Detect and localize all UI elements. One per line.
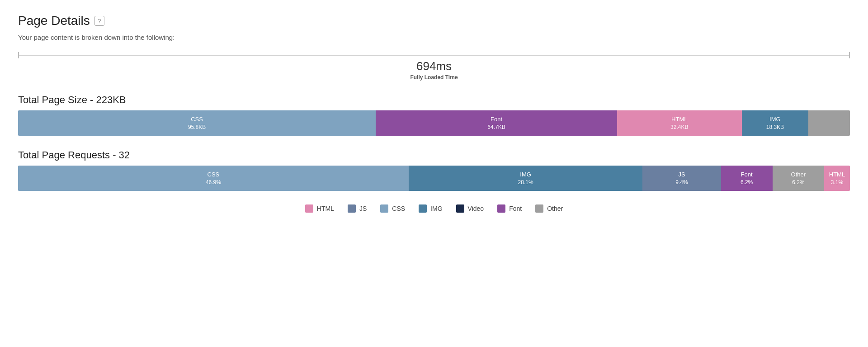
timeline-center: 694ms Fully Loaded Time [18,59,850,81]
req-label-img: IMG [520,171,531,179]
req-value-img: 28.1% [518,179,533,186]
legend-swatch-html [305,204,313,213]
legend-swatch-js [348,204,356,213]
req-label-html: HTML [829,171,845,179]
legend-label-js: JS [359,205,367,212]
legend-label-css: CSS [392,205,405,212]
seg-value-font: 64.7KB [487,124,505,131]
size-segment-img: IMG18.3KB [742,110,808,136]
legend-item-css: CSS [380,204,405,213]
legend-swatch-font [497,204,505,213]
req-value-html: 3.1% [831,179,843,186]
timeline-line [18,55,850,56]
size-segment-other [808,110,850,136]
legend-label-img: IMG [430,205,442,212]
size-segment-css: CSS95.8KB [18,110,376,136]
seg-label-img: IMG [769,115,781,124]
size-segment-font: Font64.7KB [376,110,617,136]
help-badge[interactable]: ? [94,16,104,26]
legend-item-html: HTML [305,204,334,213]
req-segment-css: CSS46.9% [18,166,409,191]
size-segment-html: HTML32.4KB [617,110,742,136]
seg-label-css: CSS [191,115,203,124]
req-value-css: 46.9% [206,179,221,186]
legend-item-video: Video [456,204,484,213]
seg-value-css: 95.8KB [188,124,206,131]
legend-item-other: Other [535,204,563,213]
subtitle: Your page content is broken down into th… [18,33,850,41]
legend-label-other: Other [547,205,563,212]
requests-stacked-bar: CSS46.9%IMG28.1%JS9.4%Font6.2%Other6.2%H… [18,166,850,191]
seg-value-img: 18.3KB [766,124,784,131]
req-value-js: 9.4% [675,179,688,186]
page-title-row: Page Details ? [18,14,850,28]
legend: HTML JS CSS IMG Video Font Other [18,204,850,213]
req-value-font: 6.2% [741,179,753,186]
seg-value-html: 32.4KB [670,124,688,131]
page-title: Page Details [18,14,90,28]
legend-label-font: Font [509,205,522,212]
requests-section-header: Total Page Requests - 32 [18,149,850,161]
req-value-other: 6.2% [792,179,804,186]
legend-swatch-css [380,204,388,213]
req-segment-other: Other6.2% [773,166,824,191]
legend-label-html: HTML [317,205,334,212]
legend-label-video: Video [468,205,484,212]
legend-item-font: Font [497,204,522,213]
req-segment-img: IMG28.1% [409,166,643,191]
legend-item-img: IMG [419,204,442,213]
timeline-label: Fully Loaded Time [18,74,850,81]
seg-label-html: HTML [671,115,687,124]
timeline-value: 694ms [18,59,850,73]
req-label-js: JS [678,171,685,179]
timeline-section: 694ms Fully Loaded Time [18,55,850,81]
timeline-container [18,55,850,56]
size-stacked-bar: CSS95.8KBFont64.7KBHTML32.4KBIMG18.3KB [18,110,850,136]
legend-swatch-other [535,204,543,213]
req-label-font: Font [741,171,753,179]
legend-swatch-img [419,204,427,213]
req-segment-html: HTML3.1% [824,166,850,191]
seg-label-font: Font [491,115,502,124]
req-segment-js: JS9.4% [642,166,721,191]
size-section-header: Total Page Size - 223KB [18,94,850,106]
legend-item-js: JS [348,204,367,213]
req-label-css: CSS [208,171,220,179]
legend-swatch-video [456,204,464,213]
req-label-other: Other [791,171,806,179]
req-segment-font: Font6.2% [721,166,773,191]
